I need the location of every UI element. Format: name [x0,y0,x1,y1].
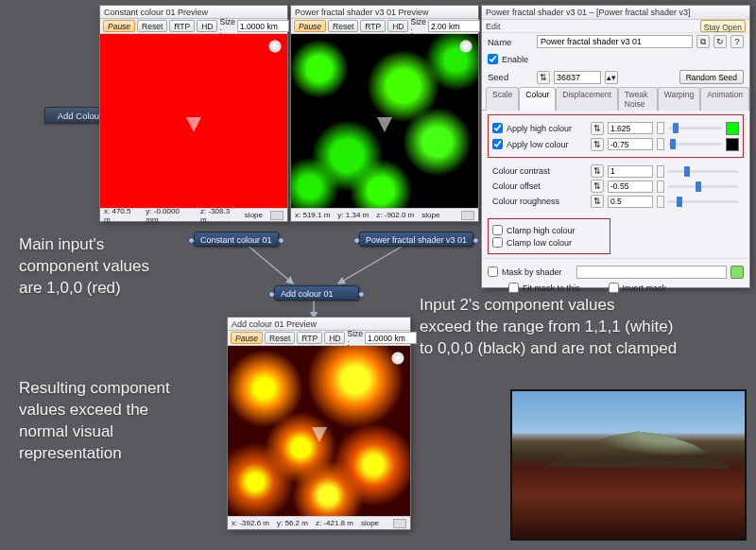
status-bar: x: -392.6 m y: 56.2 m z: -421.8 m slope [228,516,410,529]
tab-colour[interactable]: Colour [519,87,556,111]
preview-canvas[interactable] [228,346,410,516]
size-label: Size : [410,17,426,36]
status-x: x: -392.6 m [232,519,269,527]
enable-checkbox[interactable]: Enable [488,54,533,64]
mask-pick-button[interactable] [730,266,744,279]
preview-canvas[interactable] [100,34,287,208]
preview-toolbar: Pause Reset RTP HD Size : [291,19,478,34]
hd-button[interactable]: HD [197,20,217,32]
help-icon[interactable]: ? [730,35,744,48]
status-bar: x: 519.1 m y: 1.34 m z: -902.0 m slope [291,208,478,221]
apply-low-value[interactable] [608,138,653,150]
node-constant-colour[interactable]: Constant colour 01 [194,232,279,247]
preview-toolbar: Pause Reset RTP HD Size : [228,331,410,346]
window-title: Add colour 01 Preview [228,318,410,331]
name-field[interactable] [537,35,693,48]
preview-window-power-fractal: Power fractal shader v3 01 Preview Pause… [290,5,479,222]
size-field[interactable] [428,20,480,32]
preview-window-constant-colour: Constant colour 01 Preview Pause Reset R… [99,5,288,222]
mask-shader-field[interactable] [576,266,727,279]
mask-by-shader-checkbox[interactable]: Mask by shader [488,266,573,277]
rtp-button[interactable]: RTP [169,20,195,32]
tab-warping[interactable]: Warping [658,87,700,111]
seed-label: Seed [488,72,533,82]
seed-field[interactable] [554,71,601,84]
high-colour-swatch[interactable] [726,122,739,135]
annotation-result: Resulting component values exceed the no… [19,378,170,465]
power-fractal-settings-panel: Power fractal shader v3 01 – [Power frac… [481,5,750,288]
updown-icon[interactable] [657,138,664,150]
updown-icon[interactable] [657,196,664,208]
status-slope: slope [421,211,439,219]
stepper-icon[interactable]: ⇅ [591,122,604,135]
pause-button[interactable]: Pause [231,332,263,344]
panel-title: Power fractal shader v3 01 – [Power frac… [482,6,749,20]
stepper-icon[interactable]: ⇅ [591,195,604,208]
offset-slider[interactable] [668,185,739,188]
terrain-render [510,389,747,541]
sun-icon [391,352,404,365]
size-field[interactable] [365,332,417,344]
apply-low-slider[interactable] [668,143,722,146]
seed-stepper-icon[interactable]: ⇅ [537,71,550,84]
clamp-high-checkbox[interactable]: Clamp high colour [492,225,606,235]
apply-low-colour-checkbox[interactable]: Apply low colour [492,139,587,149]
h-scroll-icon[interactable] [461,211,474,220]
stepper-icon[interactable]: ⇅ [591,180,604,193]
status-slope: slope [361,519,379,527]
status-z: z: -308.3 m [200,207,237,224]
rtp-button[interactable]: RTP [360,20,386,32]
contrast-slider[interactable] [668,170,739,173]
reset-button[interactable]: Reset [137,20,167,32]
apply-high-slider[interactable] [668,127,722,129]
browse-icon[interactable]: ⧉ [696,35,710,48]
apply-high-value[interactable] [608,122,653,134]
hd-button[interactable]: HD [387,20,408,32]
tab-tweak-noise[interactable]: Tweak Noise [618,87,658,111]
random-seed-button[interactable]: Random Seed [679,70,744,84]
tab-scale[interactable]: Scale [486,87,519,111]
hd-button[interactable]: HD [324,332,345,344]
size-field[interactable] [237,20,289,32]
updown-icon[interactable] [657,165,664,178]
tab-displacement[interactable]: Displacement [556,87,618,111]
stepper-icon[interactable]: ⇅ [591,164,604,178]
h-scroll-icon[interactable] [393,519,406,528]
status-bar: x: 470.5 m y: -0.0000 mm z: -308.3 m slo… [100,208,287,221]
preview-canvas[interactable] [291,34,478,208]
clamp-group: Clamp high colour Clamp low colour [488,218,610,254]
updown-icon[interactable] [657,122,664,134]
stepper-icon[interactable]: ⇅ [591,138,604,151]
pause-button[interactable]: Pause [103,20,135,32]
fit-mask-checkbox[interactable]: Fit mask to this [508,283,580,293]
tab-animation[interactable]: Animation [700,87,749,111]
rtp-button[interactable]: RTP [297,332,322,344]
stay-open-button[interactable]: Stay Open [700,20,746,32]
pause-button[interactable]: Pause [294,20,326,32]
roughness-label: Colour roughness [492,197,587,206]
window-title: Constant colour 01 Preview [100,6,287,19]
offset-value[interactable] [608,180,653,193]
roughness-slider[interactable] [668,200,739,203]
apply-high-colour-checkbox[interactable]: Apply high colour [492,123,587,133]
sun-icon [268,40,282,53]
status-z: z: -421.8 m [316,519,353,527]
clamp-low-checkbox[interactable]: Clamp low colour [492,237,606,248]
low-colour-swatch[interactable] [726,138,739,151]
contrast-value[interactable] [608,165,653,178]
annotation-main-input: Main input's component values are 1,0,0 … [19,234,149,300]
status-y: y: 1.34 m [337,211,369,219]
invert-mask-checkbox[interactable]: Invert mask [609,283,667,293]
h-scroll-icon[interactable] [270,211,284,220]
node-add-colour[interactable]: Add colour 01 [274,285,359,301]
seed-updown-icon[interactable]: ▴▾ [605,71,618,84]
edit-menu[interactable]: Edit [486,20,501,32]
roughness-value[interactable] [608,196,653,208]
reset-button[interactable]: Reset [328,20,358,32]
status-z: z: -902.0 m [376,211,414,219]
refresh-icon[interactable]: ↻ [713,35,727,48]
updown-icon[interactable] [657,180,664,193]
reset-button[interactable]: Reset [265,332,295,344]
node-power-fractal[interactable]: Power fractal shader v3 01 [359,232,473,247]
annotation-input-2: Input 2's component values exceed the ra… [420,295,677,360]
